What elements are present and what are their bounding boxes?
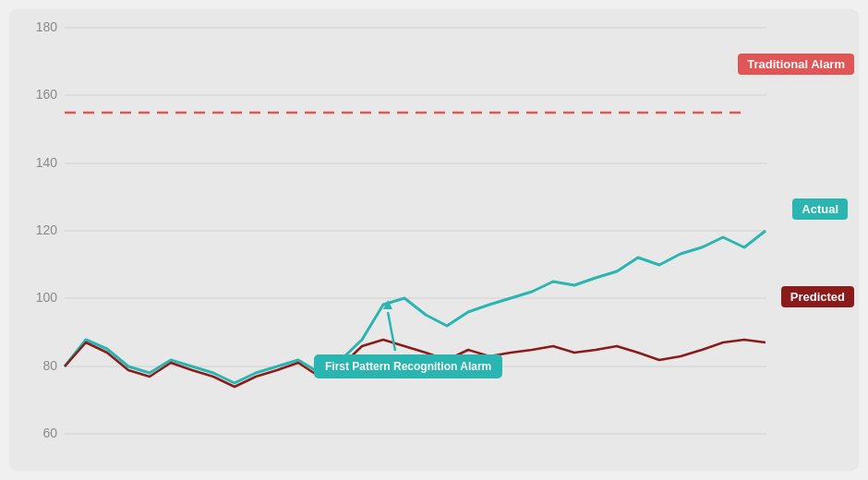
predicted-label: Predicted xyxy=(781,286,854,307)
y-label-80: 80 xyxy=(42,358,57,373)
y-label-60: 60 xyxy=(42,426,57,440)
annotation-label: First Pattern Recognition Alarm xyxy=(314,354,502,378)
y-label-140: 140 xyxy=(36,155,58,170)
y-label-100: 100 xyxy=(36,290,58,305)
actual-label: Actual xyxy=(792,198,848,220)
chart-container: 180 160 140 120 100 80 60 xyxy=(9,9,859,471)
chart-area: 180 160 140 120 100 80 60 xyxy=(65,28,766,434)
traditional-alarm-label: Traditional Alarm xyxy=(738,54,854,75)
y-label-120: 120 xyxy=(36,222,58,237)
y-label-180: 180 xyxy=(36,19,58,34)
annotation-arrow-line xyxy=(388,312,395,351)
y-label-160: 160 xyxy=(36,87,58,102)
